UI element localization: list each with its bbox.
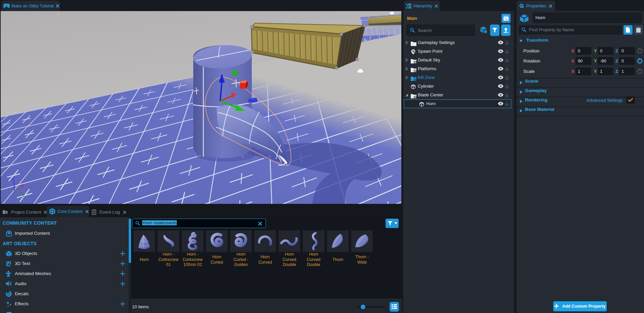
svg-text:X: X (22, 184, 24, 188)
svg-text:Y: Y (22, 194, 25, 198)
svg-text:Z: Z (12, 177, 14, 181)
